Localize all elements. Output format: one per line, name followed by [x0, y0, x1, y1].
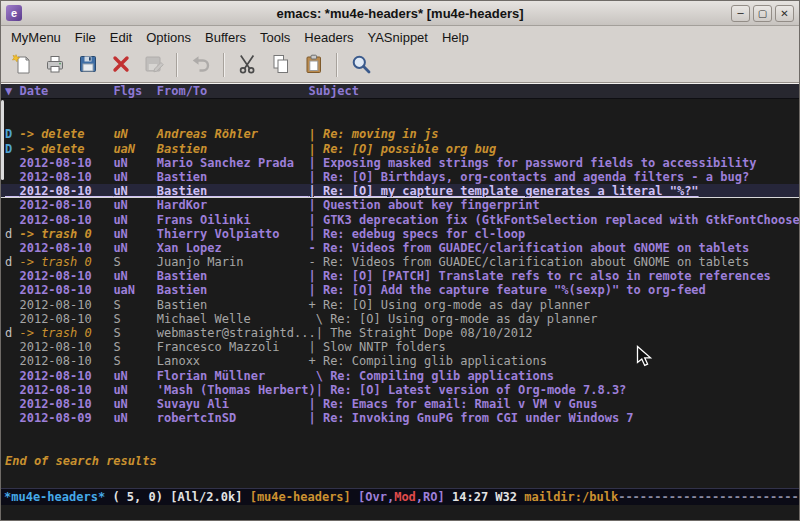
new-file-button[interactable] — [6, 51, 37, 80]
header-col-flgs[interactable]: Flgs — [113, 84, 156, 98]
minimize-button[interactable]: ─ — [731, 5, 750, 22]
header-col-date[interactable]: ▼ Date — [5, 84, 113, 98]
modeline-flags-open: [Ovr, — [351, 490, 394, 504]
msg-flags: S — [113, 326, 156, 340]
msg-flags: uN — [113, 241, 156, 255]
msg-subject: | Re: [O] Latest version of Org-mode 7.8… — [316, 383, 627, 397]
msg-mark: D — [5, 127, 19, 141]
message-row[interactable]: 2012-08-10 uN Bastien | Re: [O] my captu… — [1, 184, 799, 198]
scrollbar-thumb[interactable] — [1, 100, 4, 180]
menu-item-file[interactable]: File — [68, 27, 103, 48]
cut-button[interactable] — [232, 51, 263, 80]
window-controls: ─ ▢ ✕ — [731, 5, 794, 22]
message-row[interactable]: 2012-08-10 uN Xan Lopez - Re: Videos fro… — [5, 241, 799, 255]
menu-item-edit[interactable]: Edit — [103, 27, 139, 48]
msg-from: Francesco Mazzoli — [157, 340, 309, 354]
message-row[interactable]: 2012-08-10 uN Bastien | Re: [O] Birthday… — [5, 170, 799, 184]
msg-from: Lanoxx — [157, 354, 309, 368]
msg-date: 2012-08-10 — [19, 170, 113, 184]
message-row[interactable]: 2012-08-10 S Lanoxx + Re: Compiling glib… — [5, 354, 799, 368]
tool-bar — [1, 48, 799, 83]
message-row[interactable]: 2012-08-10 uN Bastien | Re: [O] [PATCH] … — [5, 269, 799, 283]
msg-date: 2012-08-10 — [19, 383, 113, 397]
msg-flags: uaN — [113, 142, 156, 156]
message-row[interactable]: 2012-08-09 uN robertcInSD | Re: Invoking… — [5, 411, 799, 425]
message-row[interactable]: 2012-08-10 uN Frans Oilinki | GTK3 depre… — [5, 213, 799, 227]
msg-from: Suvayu Ali — [157, 397, 309, 411]
header-col-subject[interactable]: Subject — [308, 84, 359, 98]
msg-from: Bastien — [157, 269, 309, 283]
magnifier-icon — [349, 52, 373, 79]
menu-item-headers[interactable]: Headers — [297, 27, 360, 48]
echo-area[interactable] — [1, 505, 799, 520]
msg-from: Xan Lopez — [157, 241, 309, 255]
message-row[interactable]: 2012-08-10 uN 'Mash (Thomas Herbert)| Re… — [5, 383, 799, 397]
paste-button[interactable] — [298, 51, 329, 80]
message-row[interactable]: 2012-08-10 uaN Bastien | Re: [O] Add the… — [5, 283, 799, 297]
msg-subject: | Re: Emacs for email: Rmail v VM v Gnus — [308, 397, 597, 411]
message-row[interactable]: 2012-08-10 uN Mario Sanchez Prada | Expo… — [5, 156, 799, 170]
copy-pages-icon — [269, 52, 293, 79]
message-row[interactable]: d -> trash 0 S Juanjo Marin - Re: Videos… — [5, 255, 799, 269]
menu-item-help[interactable]: Help — [435, 27, 476, 48]
msg-date: 2012-08-10 — [19, 312, 113, 326]
close-button[interactable]: ✕ — [775, 5, 794, 22]
msg-subject: - Re: Videos from GUADEC/clarification a… — [308, 255, 749, 269]
msg-mark — [5, 241, 19, 255]
message-row[interactable]: 2012-08-10 uN HardKor | Question about k… — [5, 198, 799, 212]
menu-item-options[interactable]: Options — [139, 27, 198, 48]
msg-mark — [5, 369, 19, 383]
modeline-dashes: ----------------------------------------… — [618, 490, 799, 504]
menu-item-yasnippet[interactable]: YASnippet — [360, 27, 434, 48]
msg-mark — [5, 184, 19, 198]
msg-date: -> delete — [19, 127, 113, 141]
msg-from: Michael Welle — [157, 312, 309, 326]
msg-from: webmaster@straightd... — [157, 326, 316, 340]
msg-subject: | Re: [O] my capture template generates … — [308, 184, 698, 198]
print-button[interactable] — [39, 51, 70, 80]
maximize-button[interactable]: ▢ — [753, 5, 772, 22]
msg-flags: S — [113, 312, 156, 326]
msg-from: HardKor — [157, 198, 309, 212]
header-col-from-to[interactable]: From/To — [157, 84, 309, 98]
msg-from: Mario Sanchez Prada — [157, 156, 309, 170]
msg-flags: S — [113, 298, 156, 312]
message-row[interactable]: 2012-08-10 S Francesco Mazzoli | Slow NN… — [5, 340, 799, 354]
msg-flags: uN — [113, 383, 156, 397]
msg-date: 2012-08-10 — [19, 241, 113, 255]
header-line: ▼ Date Flgs From/To Subject — [1, 84, 799, 99]
modeline-flags-close: ,RO] — [416, 490, 445, 504]
menu-item-tools[interactable]: Tools — [253, 27, 297, 48]
write-file-button[interactable] — [138, 51, 169, 80]
msg-mark — [5, 354, 19, 368]
modeline-time: 14:27 W32 — [445, 490, 524, 504]
search-button[interactable] — [345, 51, 376, 80]
message-row[interactable]: d -> trash 0 S webmaster@straightd...| T… — [5, 326, 799, 340]
msg-from: Bastien — [157, 283, 309, 297]
undo-button[interactable] — [185, 51, 216, 80]
msg-flags: uN — [113, 227, 156, 241]
msg-subject: | Re: [O] Birthdays, org-contacts and ag… — [308, 170, 749, 184]
message-row[interactable]: d -> trash 0 uN Thierry Volpiatto | Re: … — [5, 227, 799, 241]
msg-flags: uN — [113, 198, 156, 212]
toolbar-separator — [336, 53, 338, 77]
msg-from: Frans Oilinki — [157, 213, 309, 227]
msg-from: Bastien — [157, 170, 309, 184]
modeline-position-stats: ( 5, 0) [All/2.0k] — [105, 490, 250, 504]
save-button[interactable] — [72, 51, 103, 80]
message-row[interactable]: 2012-08-10 uN Florian Müllner \ Re: Comp… — [5, 369, 799, 383]
close-buffer-button[interactable] — [105, 51, 136, 80]
message-row[interactable]: D -> delete uaN Bastien | Re: [O] possib… — [5, 142, 799, 156]
copy-button[interactable] — [265, 51, 296, 80]
msg-subject: | Question about key fingerprint — [308, 198, 539, 212]
message-row[interactable]: 2012-08-10 S Michael Welle \ Re: [O] Usi… — [5, 312, 799, 326]
close-x-icon — [109, 52, 133, 79]
message-row[interactable]: D -> delete uN Andreas Röhler | Re: movi… — [5, 127, 799, 141]
emacs-frame: ▼ Date Flgs From/To Subject D -> delete … — [1, 83, 799, 520]
msg-flags: uN — [113, 184, 156, 198]
message-row[interactable]: 2012-08-10 uN Suvayu Ali | Re: Emacs for… — [5, 397, 799, 411]
msg-flags: S — [113, 255, 156, 269]
menu-item-mymenu[interactable]: MyMenu — [4, 27, 68, 48]
message-row[interactable]: 2012-08-10 S Bastien + Re: [O] Using org… — [5, 298, 799, 312]
menu-item-buffers[interactable]: Buffers — [198, 27, 253, 48]
